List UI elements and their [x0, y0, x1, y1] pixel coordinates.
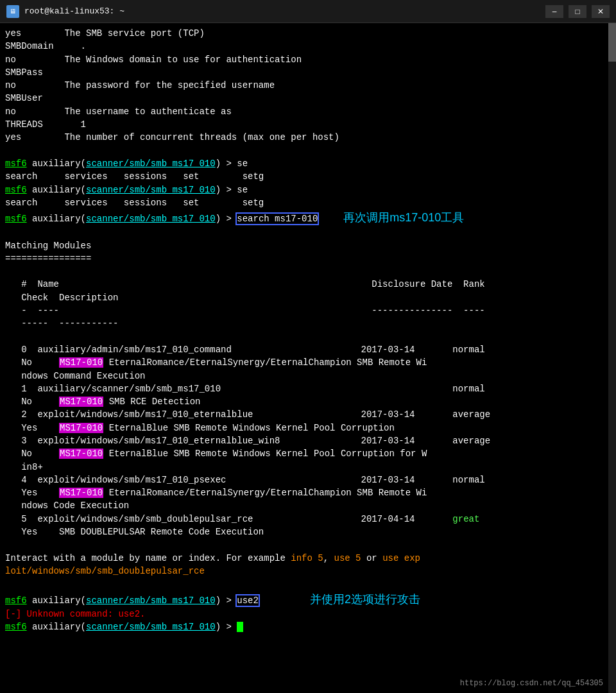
row-4: 4 exploit/windows/smb/ms17_010_psexec 20…	[5, 474, 602, 486]
row-0: 0 auxiliary/admin/smb/ms17_010_command 2…	[5, 343, 602, 356]
row-1-desc: No MS17-010 SMB RCE Detection	[5, 395, 602, 408]
autocomplete-2: search services sessions set setg	[5, 196, 602, 209]
table-sep-1: - ---- --------------- ----	[5, 304, 602, 317]
row-4-desc: Yes MS17-010 EternalRomance/EternalSyner…	[5, 486, 602, 499]
row-5: 5 exploit/windows/smb/smb_doublepulsar_r…	[5, 513, 602, 526]
table-header-2: Check Description	[5, 291, 602, 304]
row-1: 1 auxiliary/scanner/smb/smb_ms17_010 nor…	[5, 382, 602, 395]
prompt-2: msf6 auxiliary(scanner/smb/smb_ms17_010)…	[5, 184, 602, 196]
prompt-3: msf6 auxiliary(scanner/smb/smb_ms17_010)…	[5, 209, 602, 226]
line-7: no The username to authenticate as	[5, 105, 602, 118]
minimize-button[interactable]: –	[545, 5, 563, 18]
line-6: SMBUser	[5, 92, 602, 105]
line-blank-1	[5, 144, 602, 157]
line-4: SMBPass	[5, 66, 602, 79]
window-controls: – □ ✕	[545, 5, 610, 18]
line-8: THREADS 1	[5, 118, 602, 131]
matching-header: Matching Modules	[5, 239, 602, 252]
row-2: 2 exploit/windows/smb/ms17_010_eternalbl…	[5, 408, 602, 421]
scrollbar-thumb[interactable]	[608, 23, 616, 62]
window-title: root@kali-linux53: ~	[24, 6, 545, 16]
row-3-desc2: in8+	[5, 461, 602, 474]
interact-line-1: Interact with a module by name or index.…	[5, 552, 602, 565]
row-3: 3 exploit/windows/smb/ms17_010_eternalbl…	[5, 434, 602, 447]
table-header: # Name Disclosure Date Rank	[5, 278, 602, 291]
line-1: yes The SMB service port (TCP)	[5, 27, 602, 40]
app-icon: 🖥	[6, 5, 19, 18]
watermark: https://blog.csdn.net/qq_454305	[460, 678, 603, 689]
row-3-desc: No MS17-010 EternalBlue SMB Remote Windo…	[5, 447, 602, 460]
line-3: no The Windows domain to use for authent…	[5, 53, 602, 66]
window: 🖥 root@kali-linux53: ~ – □ ✕ yes The SMB…	[0, 0, 616, 693]
maximize-button[interactable]: □	[569, 5, 586, 18]
matching-sep: ================	[5, 252, 602, 265]
autocomplete-1: search services sessions set setg	[5, 170, 602, 183]
close-button[interactable]: ✕	[592, 5, 610, 18]
terminal[interactable]: yes The SMB service port (TCP) SMBDomain…	[0, 23, 616, 693]
row-0-desc: No MS17-010 EternalRomance/EternalSynerg…	[5, 356, 602, 369]
interact-line-2: loit/windows/smb/smb_doublepulsar_rce	[5, 565, 602, 578]
table-sep-2: ----- -----------	[5, 317, 602, 330]
line-blank-6	[5, 578, 602, 590]
line-blank-3	[5, 265, 602, 278]
line-blank-2	[5, 226, 602, 239]
prompt-1: msf6 auxiliary(scanner/smb/smb_ms17_010)…	[5, 157, 602, 170]
cursor	[237, 622, 243, 632]
line-5: no The password for the specified userna…	[5, 79, 602, 92]
line-blank-4	[5, 330, 602, 343]
error-line: [-] Unknown command: use2.	[5, 608, 602, 620]
scrollbar[interactable]	[608, 23, 616, 693]
line-2: SMBDomain .	[5, 40, 602, 53]
line-9: yes The number of concurrent threads (ma…	[5, 131, 602, 144]
row-5-desc: Yes SMB DOUBLEPULSAR Remote Code Executi…	[5, 526, 602, 538]
row-4-desc2: ndows Code Execution	[5, 499, 602, 512]
prompt-use2: msf6 auxiliary(scanner/smb/smb_ms17_010)…	[5, 591, 602, 608]
terminal-content: yes The SMB service port (TCP) SMBDomain…	[5, 27, 611, 633]
row-2-desc: Yes MS17-010 EternalBlue SMB Remote Wind…	[5, 422, 602, 434]
row-0-desc2: ndows Command Execution	[5, 370, 602, 382]
line-blank-5	[5, 538, 602, 551]
prompt-final: msf6 auxiliary(scanner/smb/smb_ms17_010)…	[5, 620, 602, 633]
titlebar: 🖥 root@kali-linux53: ~ – □ ✕	[0, 0, 616, 23]
